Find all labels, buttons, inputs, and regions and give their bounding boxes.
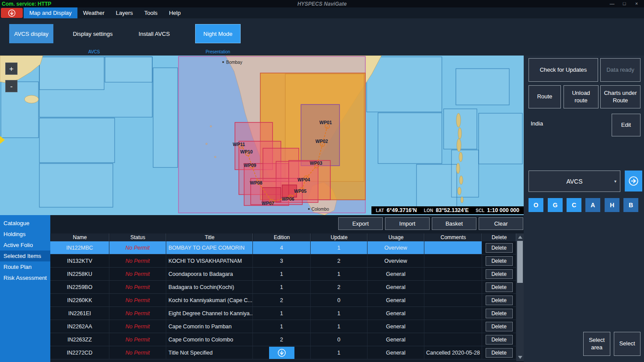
sidebar-item-risk-assessment[interactable]: Risk Assessment — [0, 272, 50, 283]
band-button-h[interactable]: H — [605, 198, 620, 212]
cell-title: Cape Comorin to Pamban — [166, 320, 253, 333]
cell-name[interactable]: IN2262AA — [50, 320, 109, 333]
cell-edition: 3 — [253, 254, 311, 267]
column-header-comments[interactable]: Comments — [424, 233, 482, 241]
ribbon-group-avcs: AVCS — [88, 49, 100, 54]
maximize-icon[interactable]: □ — [621, 0, 627, 7]
download-edition-button[interactable] — [269, 347, 294, 359]
scale-label: SCL — [476, 208, 484, 213]
zoom-out-button[interactable]: - — [5, 80, 18, 92]
column-header-name[interactable]: Name — [50, 233, 109, 241]
pan-left-arrow-icon[interactable] — [0, 136, 5, 144]
menu-item-layers[interactable]: Layers — [110, 7, 139, 18]
chart-map[interactable]: WP01 WP02 WP03 WP04 WP05 WP06 WP07 WP08 … — [0, 56, 524, 215]
cell-name[interactable]: IN2272CD — [50, 346, 109, 359]
download-menu-button[interactable] — [1, 8, 23, 18]
menu-bar: Map and Display Weather Layers Tools Hel… — [0, 7, 644, 18]
column-header-title[interactable]: Title — [166, 233, 253, 241]
delete-button[interactable]: Delete — [486, 335, 513, 345]
cell-name[interactable]: IN2263ZZ — [50, 333, 109, 346]
column-header-delete[interactable]: Delete — [482, 233, 516, 241]
scroll-up-icon[interactable] — [518, 236, 522, 239]
table-row[interactable]: IN2258KU No Permit Coondapoora to Badaga… — [50, 268, 516, 281]
install-avcs-button[interactable]: Install AVCS — [133, 24, 175, 43]
charts-under-route-button[interactable]: Charts under Route — [600, 85, 640, 108]
table-row[interactable]: IN2261EI No Permit Eight Degree Channel … — [50, 307, 516, 320]
table-row[interactable]: IN122MBC No Permit BOMBAY TO CAPE COMORI… — [50, 241, 516, 254]
minimize-icon[interactable]: — — [609, 0, 615, 7]
cell-name[interactable]: IN132KTV — [50, 254, 109, 267]
select-button[interactable]: Select — [614, 332, 640, 356]
select-area-button[interactable]: Select area — [583, 332, 610, 356]
basket-button[interactable]: Basket — [432, 217, 476, 230]
band-button-g[interactable]: G — [548, 198, 563, 212]
table-scrollbar[interactable] — [516, 233, 524, 361]
column-header-usage[interactable]: Usage — [368, 233, 424, 241]
column-header-status[interactable]: Status — [109, 233, 166, 241]
menu-item-help[interactable]: Help — [163, 7, 186, 18]
delete-button[interactable]: Delete — [486, 322, 513, 331]
delete-button[interactable]: Delete — [486, 256, 513, 266]
export-button[interactable]: Export — [338, 217, 383, 230]
close-icon[interactable]: × — [634, 0, 640, 7]
scroll-down-icon[interactable] — [518, 356, 522, 359]
cell-name[interactable]: IN122MBC — [50, 241, 109, 254]
cell-comments: Cancelled 2020-05-28 — [424, 346, 482, 359]
table-row[interactable]: IN2272CD No Permit Title Not Specified 1… — [50, 346, 516, 359]
column-header-update[interactable]: Update — [311, 233, 368, 241]
delete-button[interactable]: Delete — [486, 243, 513, 253]
zoom-in-button[interactable]: + — [5, 63, 18, 75]
go-button[interactable] — [625, 171, 642, 191]
cell-name[interactable]: IN2258KU — [50, 268, 109, 280]
menu-item-tools[interactable]: Tools — [139, 7, 163, 18]
waypoint-label: WP08 — [250, 180, 262, 185]
sidebar-item-selected-items[interactable]: Selected Items — [0, 251, 50, 261]
sidebar-item-catalogue[interactable]: Catalogue — [0, 218, 50, 229]
table-header: Name Status Title Edition Update Usage C… — [50, 233, 516, 241]
data-ready-button[interactable]: Data ready — [600, 58, 640, 82]
cell-name[interactable]: IN2261EI — [50, 307, 109, 320]
table-row[interactable]: IN2259BO No Permit Badagara to Cochin(Ko… — [50, 281, 516, 294]
cell-name[interactable]: IN2259BO — [50, 281, 109, 293]
delete-button[interactable]: Delete — [486, 309, 513, 318]
cell-comments — [424, 241, 482, 254]
check-for-updates-button[interactable]: Check for Updates — [528, 58, 598, 82]
menu-item-weather[interactable]: Weather — [77, 7, 110, 18]
delete-button[interactable]: Delete — [486, 269, 513, 279]
band-button-b[interactable]: B — [623, 198, 638, 212]
route-button[interactable]: Route — [528, 85, 561, 108]
display-settings-button[interactable]: Display settings — [64, 24, 121, 43]
table-row[interactable]: IN2263ZZ No Permit Cape Comorin to Colom… — [50, 333, 516, 346]
table-row[interactable]: IN2262AA No Permit Cape Comorin to Pamba… — [50, 320, 516, 333]
sidebar-item-active-folio[interactable]: Active Folio — [0, 240, 50, 251]
import-button[interactable]: Import — [385, 217, 430, 230]
sidebar-item-holdings[interactable]: Holdings — [0, 229, 50, 240]
unload-route-button[interactable]: Unload route — [564, 85, 598, 108]
arrow-right-circle-icon — [628, 175, 639, 187]
sidebar-item-route-plan[interactable]: Route Plan — [0, 261, 50, 272]
band-button-a[interactable]: A — [585, 198, 600, 212]
delete-button[interactable]: Delete — [486, 348, 513, 358]
chart-coverage-overlays — [178, 56, 365, 213]
column-header-edition[interactable]: Edition — [253, 233, 311, 241]
delete-button[interactable]: Delete — [486, 296, 513, 305]
cell-usage: General — [368, 294, 424, 306]
table-row[interactable]: IN2260KK No Permit Kochi to Kanniyakumar… — [50, 294, 516, 307]
cell-usage: General — [368, 320, 424, 333]
avcs-display-button[interactable]: AVCS display — [9, 24, 53, 43]
band-button-c[interactable]: C — [567, 198, 581, 212]
delete-button[interactable]: Delete — [486, 282, 513, 292]
table-row[interactable]: IN132KTV No Permit KOCHI TO VISAKHAPATNA… — [50, 254, 516, 268]
clear-button[interactable]: Clear — [479, 217, 523, 230]
catalogue-dropdown[interactable]: AVCS ▾ — [528, 171, 620, 192]
cell-name[interactable]: IN2260KK — [50, 294, 109, 306]
band-button-o[interactable]: O — [528, 198, 543, 212]
edit-button[interactable]: Edit — [612, 114, 640, 136]
scale-value: 1:10 000 000 — [487, 207, 519, 213]
menu-item-map-and-display[interactable]: Map and Display — [24, 7, 77, 18]
night-mode-button[interactable]: Night Mode — [195, 24, 241, 43]
city-label-colombo: Colombo — [312, 207, 329, 212]
scrollbar-thumb[interactable] — [517, 241, 523, 283]
cell-edition: 1 — [253, 281, 311, 293]
waypoint-label: WP05 — [294, 188, 307, 194]
